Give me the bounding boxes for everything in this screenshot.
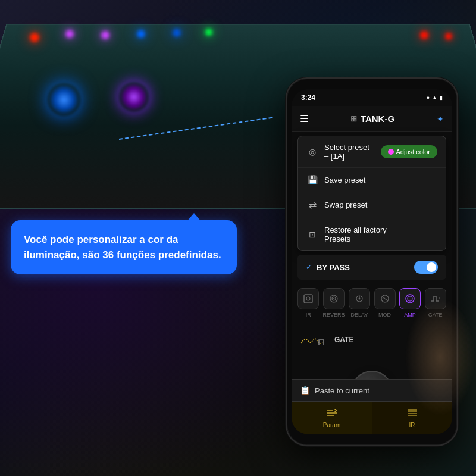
status-icons: ● ▲ ▮	[427, 95, 443, 101]
led-blue-1	[137, 30, 145, 38]
select-preset-text: Select preset – [1A]	[324, 143, 375, 161]
led-blue-2	[173, 29, 181, 37]
app-title-text: TANK-G	[361, 114, 394, 124]
paste-icon: 📋	[300, 386, 310, 395]
param-icon	[326, 408, 338, 420]
select-preset-item[interactable]: ◎ Select preset – [1A] Adjust color	[298, 136, 446, 168]
swap-preset-text: Swap preset	[324, 201, 437, 209]
wifi-icon: ▲	[432, 95, 437, 101]
speech-bubble: Você pode personalizar a cor da iluminaç…	[11, 220, 237, 274]
app-header: ☰ ⊞ TANK-G ✦	[292, 106, 452, 132]
color-dot-icon	[388, 149, 394, 155]
led-knob-purple	[119, 82, 149, 112]
bluetooth-icon[interactable]: ✦	[437, 114, 444, 124]
toggle-knob	[427, 262, 436, 272]
mod-label: MOD	[378, 312, 391, 318]
restore-presets-item[interactable]: ⊡ Restore all factoryPresets	[298, 218, 446, 250]
led-red-tr	[420, 31, 428, 39]
amp-icon	[399, 288, 421, 309]
ir-icon	[298, 288, 319, 309]
adjust-color-button[interactable]: Adjust color	[381, 145, 437, 158]
svg-point-9	[406, 295, 414, 303]
ir-nav-icon	[406, 408, 418, 420]
gate-title: GATE	[334, 336, 353, 344]
nav-param[interactable]: Param	[292, 402, 372, 434]
delay-icon	[349, 288, 370, 309]
ir-label-nav: IR	[409, 422, 415, 428]
effect-mod[interactable]: MOD	[374, 288, 396, 318]
svg-point-7	[358, 298, 360, 300]
svg-rect-0	[304, 295, 312, 303]
led-purple-1	[65, 30, 74, 38]
status-bar: 3:24 ● ▲ ▮	[292, 89, 452, 106]
signal-icon: ●	[427, 95, 430, 101]
device-icon: ⊞	[350, 114, 357, 123]
paste-text: Paste to current	[315, 386, 369, 395]
led-red-1	[30, 33, 39, 42]
bypass-row: ✓ BY PASS	[298, 255, 446, 280]
delay-label: DELAY	[350, 312, 368, 318]
led-purple-2	[101, 31, 109, 39]
speech-bubble-text: Você pode personalizar a cor da iluminaç…	[24, 234, 221, 261]
svg-point-1	[306, 297, 310, 300]
save-preset-text: Save preset	[324, 176, 437, 184]
hand-hint	[405, 298, 476, 416]
preset-circle-icon: ◎	[306, 147, 318, 156]
adjust-color-label: Adjust color	[396, 148, 430, 155]
led-knob-blue	[48, 83, 80, 116]
param-label: Param	[323, 422, 340, 428]
swap-icon: ⇄	[306, 199, 318, 211]
led-green-1	[205, 29, 212, 36]
led-red-tr2	[445, 33, 452, 40]
ir-label: IR	[306, 312, 311, 318]
dropdown-menu: ◎ Select preset – [1A] Adjust color 💾 Sa…	[298, 136, 446, 251]
bypass-label: BY PASS	[317, 263, 350, 272]
mod-icon	[374, 288, 396, 309]
hamburger-icon[interactable]: ☰	[300, 113, 308, 124]
app-title: ⊞ TANK-G	[350, 114, 394, 124]
bypass-check-icon: ✓	[306, 263, 312, 271]
reverb-label: REVERB	[323, 312, 345, 318]
save-preset-item[interactable]: 💾 Save preset	[298, 168, 446, 192]
gate-waveform-svg	[300, 331, 330, 348]
svg-point-4	[333, 298, 334, 299]
effect-reverb[interactable]: REVERB	[323, 288, 345, 318]
restore-presets-text: Restore all factoryPresets	[324, 226, 437, 243]
effect-delay[interactable]: DELAY	[349, 288, 371, 318]
battery-icon: ▮	[440, 95, 443, 101]
restore-icon: ⊡	[306, 230, 318, 239]
status-time: 3:24	[301, 93, 315, 102]
bypass-toggle[interactable]	[414, 261, 438, 274]
swap-preset-item[interactable]: ⇄ Swap preset	[298, 192, 446, 218]
reverb-icon	[323, 288, 345, 309]
effect-ir[interactable]: IR	[298, 288, 320, 318]
save-icon: 💾	[306, 175, 318, 184]
svg-point-10	[408, 296, 412, 301]
